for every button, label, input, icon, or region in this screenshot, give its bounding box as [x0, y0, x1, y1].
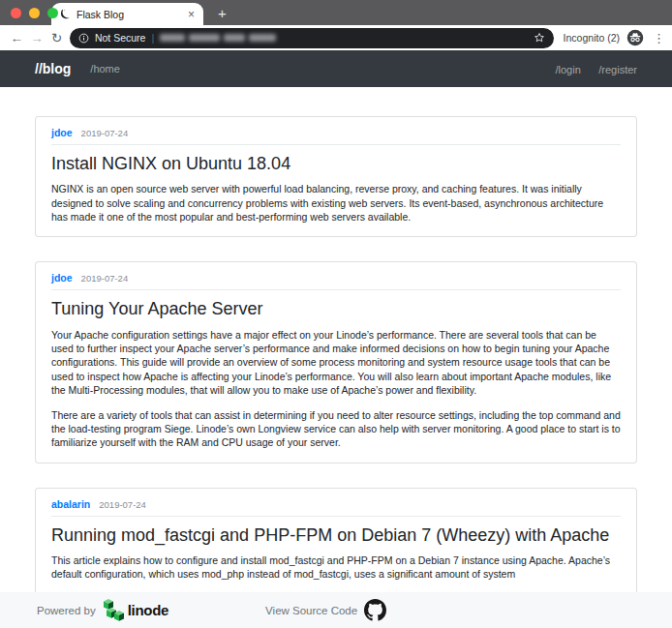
post-title-link[interactable]: Running mod_fastcgi and PHP-FPM on Debia…	[51, 523, 621, 547]
linode-cubes-icon	[104, 599, 124, 622]
bookmark-star-icon[interactable]	[534, 32, 545, 44]
nav-home-link[interactable]: /home	[90, 63, 120, 75]
tab-close-icon[interactable]: ×	[188, 9, 195, 20]
tab-strip: Flask Blog × +	[0, 0, 672, 25]
github-icon[interactable]	[364, 599, 386, 621]
post-title-link[interactable]: Tuning Your Apache Server	[51, 297, 621, 320]
post-paragraph: Your Apache configuration settings have …	[51, 328, 621, 398]
post-date: 2019-07-24	[81, 273, 129, 284]
tab-title: Flask Blog	[76, 9, 182, 20]
browser-menu-icon[interactable]: ⋮	[653, 31, 665, 45]
post-metadata: abalarin 2019-07-24	[51, 498, 621, 517]
brand-link[interactable]: //blog	[35, 61, 71, 76]
post-body: This article explains how to configure a…	[51, 553, 621, 582]
post-author-link[interactable]: abalarin	[51, 498, 90, 510]
post-paragraph: There are a variety of tools that can as…	[51, 408, 621, 450]
address-bar[interactable]: Not Secure |	[70, 28, 554, 48]
page-content: jdoe 2019-07-24 Install NGINX on Ubuntu …	[0, 87, 672, 628]
url-separator: |	[151, 32, 154, 44]
security-status: Not Secure	[95, 32, 146, 44]
info-icon[interactable]	[78, 33, 89, 44]
flask-favicon	[60, 9, 71, 19]
forward-icon[interactable]: →	[27, 31, 47, 45]
close-window-button[interactable]	[11, 8, 21, 18]
browser-toolbar: ← → ↻ Not Secure | Incognito (2)	[0, 25, 672, 50]
post-body: NGINX is an open source web server with …	[51, 182, 621, 224]
window-controls	[11, 8, 58, 18]
post-metadata: jdoe 2019-07-24	[51, 127, 621, 145]
navbar-right: /login /register	[542, 60, 638, 77]
minimize-window-button[interactable]	[29, 8, 40, 18]
linode-wordmark: linode	[128, 602, 168, 618]
zoom-window-button[interactable]	[47, 8, 58, 18]
post-metadata: jdoe 2019-07-24	[51, 272, 621, 290]
reload-icon[interactable]: ↻	[46, 30, 67, 45]
site-navbar: //blog /home /login /register	[0, 50, 672, 87]
nav-register-link[interactable]: /register	[598, 64, 637, 75]
post-author-link[interactable]: jdoe	[51, 272, 73, 284]
browser-tab[interactable]: Flask Blog ×	[51, 3, 203, 25]
new-tab-button[interactable]: +	[218, 6, 227, 20]
incognito-icon[interactable]	[626, 29, 644, 46]
post-card: jdoe 2019-07-24 Tuning Your Apache Serve…	[35, 261, 637, 463]
post-paragraph: This article explains how to configure a…	[51, 553, 621, 582]
post-author-link[interactable]: jdoe	[51, 127, 73, 138]
post-date: 2019-07-24	[99, 499, 146, 510]
view-source-link[interactable]: View Source Code	[265, 605, 357, 616]
incognito-label: Incognito (2)	[564, 32, 620, 44]
post-card: abalarin 2019-07-24 Running mod_fastcgi …	[35, 488, 637, 595]
post-body: Your Apache configuration settings have …	[51, 328, 621, 450]
nav-login-link[interactable]: /login	[556, 64, 581, 75]
powered-by-label: Powered by	[37, 605, 96, 616]
page-footer: Powered by linode View Source Code	[0, 592, 672, 628]
browser-window: Flask Blog × + ← → ↻ Not Secure | Incogn…	[0, 0, 672, 628]
back-icon[interactable]: ←	[7, 31, 27, 45]
post-paragraph: NGINX is an open source web server with …	[51, 182, 621, 224]
redacted-url	[160, 34, 527, 42]
posts-list: jdoe 2019-07-24 Install NGINX on Ubuntu …	[35, 116, 637, 595]
post-title-link[interactable]: Install NGINX on Ubuntu 18.04	[51, 152, 621, 175]
post-date: 2019-07-24	[81, 128, 129, 138]
linode-logo-link[interactable]: linode	[104, 599, 168, 622]
post-card: jdoe 2019-07-24 Install NGINX on Ubuntu …	[35, 116, 637, 237]
